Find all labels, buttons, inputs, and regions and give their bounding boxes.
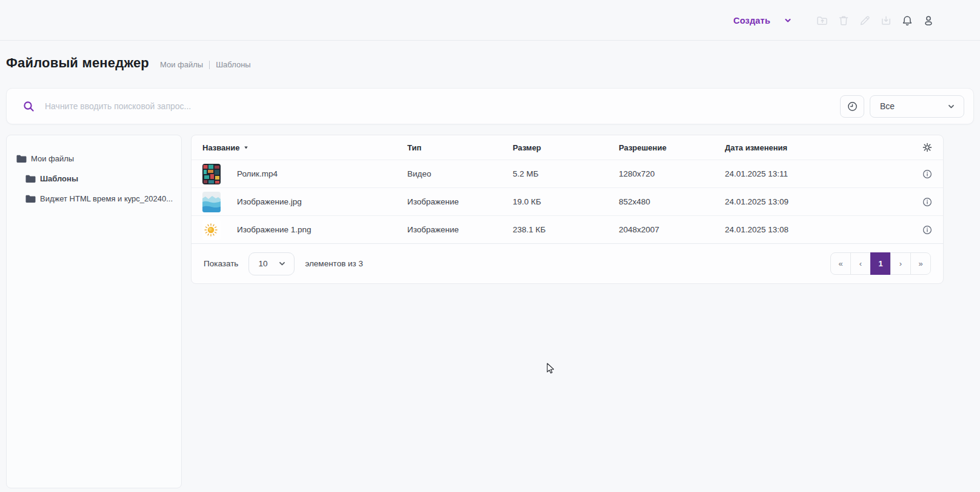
breadcrumb-templates[interactable]: Шаблоны [216, 60, 251, 69]
show-label: Показать [204, 259, 238, 268]
folder-icon [16, 155, 27, 163]
gear-icon [922, 142, 933, 153]
file-type-filter-value: Все [880, 101, 895, 111]
first-page-button[interactable]: « [830, 252, 851, 275]
file-type: Изображение [407, 197, 513, 206]
file-resolution: 852x480 [619, 197, 725, 206]
topbar: Создать [0, 0, 980, 41]
column-header-name[interactable]: Название [202, 143, 407, 152]
mouse-cursor [547, 363, 555, 375]
table-row[interactable]: Изображение.jpg Изображение 19.0 КБ 852x… [192, 187, 943, 215]
pager: « ‹ 1 › » [830, 252, 931, 275]
folder-upload-icon[interactable] [816, 14, 829, 27]
file-name: Изображение 1.png [237, 225, 312, 234]
folder-icon [25, 175, 36, 183]
create-button-label: Создать [733, 16, 770, 25]
info-circle-icon[interactable] [912, 169, 943, 179]
prev-page-button[interactable]: ‹ [850, 252, 871, 275]
search-input[interactable] [45, 101, 840, 111]
chevron-down-icon [947, 102, 956, 111]
column-header-modified[interactable]: Дата изменения [725, 143, 912, 152]
per-page-select[interactable]: 10 [248, 252, 295, 275]
folder-tree-sidebar: Мои файлы Шаблоны Виджет HTML время и ку… [6, 135, 182, 488]
trash-icon[interactable] [837, 14, 850, 27]
chevron-down-icon [278, 259, 287, 268]
sidebar-item-my-files[interactable]: Мои файлы [7, 149, 181, 169]
file-list-panel: Название Тип Размер Разрешение Дата изме… [191, 135, 944, 284]
page-header: Файловый менеджер Мои файлы Шаблоны [0, 41, 980, 83]
page-1-button[interactable]: 1 [870, 252, 891, 275]
download-icon[interactable] [879, 14, 893, 27]
table-settings-button[interactable] [922, 142, 933, 153]
table-row[interactable]: Ролик.mp4 Видео 5.2 МБ 1280x720 24.01.20… [192, 160, 943, 187]
last-page-button[interactable]: » [910, 252, 931, 275]
clock-icon [847, 101, 858, 112]
next-page-button[interactable]: › [890, 252, 911, 275]
per-page-value: 10 [258, 259, 267, 268]
file-size: 5.2 МБ [513, 169, 619, 178]
file-type: Видео [407, 169, 513, 178]
file-name: Изображение.jpg [237, 197, 302, 206]
edit-pencil-icon[interactable] [858, 14, 872, 27]
search-history-button[interactable] [840, 95, 864, 118]
file-size: 19.0 КБ [513, 197, 619, 206]
video-mosaic-thumbnail [202, 164, 221, 184]
search-icon [22, 100, 35, 113]
file-resolution: 1280x720 [619, 169, 725, 178]
sort-caret-icon [243, 144, 249, 150]
column-header-resolution[interactable]: Разрешение [619, 143, 725, 152]
file-name: Ролик.mp4 [237, 169, 278, 178]
file-resolution: 2048x2007 [619, 225, 725, 234]
sidebar-item-widget-html[interactable]: Виджет HTML время и курс_20240... [7, 189, 181, 209]
file-modified: 24.01.2025 13:08 [725, 225, 912, 234]
page-title: Файловый менеджер [6, 55, 149, 71]
info-circle-icon[interactable] [912, 197, 943, 207]
chevron-down-icon [784, 16, 792, 25]
sidebar-item-templates[interactable]: Шаблоны [7, 169, 181, 189]
file-modified: 24.01.2025 13:09 [725, 197, 912, 206]
folder-icon [25, 195, 36, 203]
sea-photo-thumbnail [202, 192, 221, 212]
user-profile-icon[interactable] [922, 14, 935, 27]
search-bar: Все [6, 88, 974, 124]
pagination-bar: Показать 10 элементов из 3 « ‹ 1 › » [192, 243, 943, 283]
sidebar-item-label: Шаблоны [40, 174, 78, 183]
sidebar-item-label: Виджет HTML время и курс_20240... [40, 194, 173, 203]
column-header-type[interactable]: Тип [407, 143, 513, 152]
column-header-size[interactable]: Размер [513, 143, 619, 152]
file-size: 238.1 КБ [513, 225, 619, 234]
table-header-row: Название Тип Размер Разрешение Дата изме… [192, 135, 943, 160]
sidebar-item-label: Мои файлы [31, 154, 74, 163]
file-modified: 24.01.2025 13:11 [725, 169, 912, 178]
items-count-label: элементов из 3 [305, 259, 363, 268]
info-circle-icon[interactable] [912, 225, 943, 235]
create-button[interactable]: Создать [733, 16, 792, 25]
file-type: Изображение [407, 225, 513, 234]
breadcrumb-separator [209, 61, 210, 69]
table-row[interactable]: Изображение 1.png Изображение 238.1 КБ 2… [192, 215, 943, 243]
breadcrumb-my-files[interactable]: Мои файлы [160, 60, 203, 69]
notification-bell-icon[interactable] [901, 14, 914, 27]
sun-drawing-thumbnail [202, 220, 221, 240]
file-type-filter-select[interactable]: Все [870, 95, 964, 118]
breadcrumb: Мои файлы Шаблоны [160, 60, 251, 69]
